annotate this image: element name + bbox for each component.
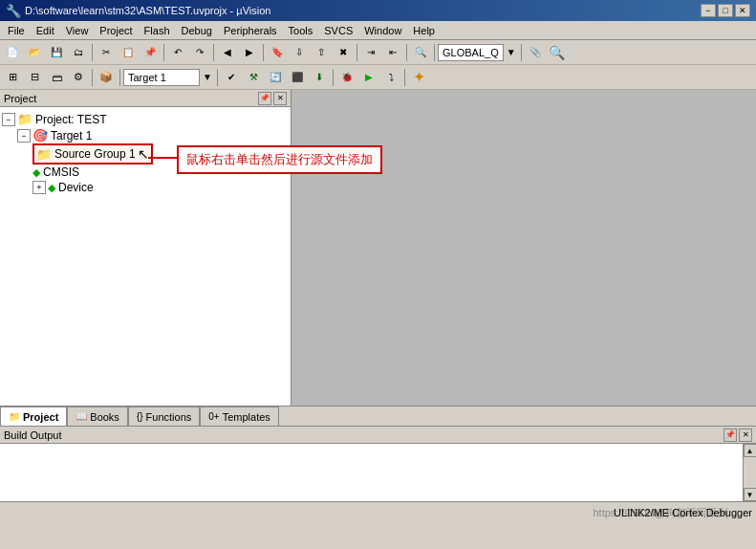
bookmark-next-btn[interactable]: ⇩ bbox=[289, 42, 310, 63]
project-panel-title: Project bbox=[4, 93, 36, 104]
minimize-button[interactable]: − bbox=[701, 4, 716, 17]
extra-btn2[interactable]: 🔍 bbox=[547, 42, 568, 63]
save-btn[interactable]: 💾 bbox=[46, 42, 67, 63]
nav-fwd-btn[interactable]: ▶ bbox=[239, 42, 260, 63]
sep4 bbox=[263, 44, 264, 61]
sep-t2-3 bbox=[217, 69, 218, 86]
menu-peripherals[interactable]: Peripherals bbox=[218, 23, 283, 38]
tb2-btn1[interactable]: ⊞ bbox=[2, 67, 23, 88]
project-panel-controls: 📌 ✕ bbox=[258, 92, 287, 105]
sep-t2-2 bbox=[119, 69, 120, 86]
tab-templates[interactable]: 0+ Templates bbox=[200, 406, 279, 426]
tb2-download-btn[interactable]: ⬇ bbox=[309, 67, 330, 88]
title-bar: 🔧 D:\software\learn\stm32\ASM\TEST.uvpro… bbox=[0, 0, 756, 21]
target-selector[interactable]: Target 1 bbox=[123, 69, 200, 86]
target-expand-icon[interactable]: − bbox=[17, 129, 31, 143]
menu-view[interactable]: View bbox=[60, 23, 95, 38]
device-diamond-icon: ◆ bbox=[48, 182, 55, 194]
tb2-btn2[interactable]: ⊟ bbox=[24, 67, 45, 88]
bookmark-clear-btn[interactable]: ✖ bbox=[333, 42, 354, 63]
tab-functions[interactable]: {} Functions bbox=[128, 406, 200, 426]
cmsis-diamond-icon: ◆ bbox=[32, 166, 40, 179]
tree-source-group[interactable]: 📁 Source Group 1 ↖ bbox=[32, 143, 153, 165]
tree-target[interactable]: − 🎯 Target 1 bbox=[2, 127, 289, 143]
sep2 bbox=[163, 44, 164, 61]
main-area: Project 📌 ✕ − 📁 Project: TEST − 🎯 Target… bbox=[0, 90, 756, 406]
tab-books[interactable]: 📖 Books bbox=[67, 406, 128, 426]
annotation-arrow bbox=[148, 157, 179, 159]
menu-debug[interactable]: Debug bbox=[176, 23, 218, 38]
project-panel-header: Project 📌 ✕ bbox=[0, 90, 291, 107]
paste-btn[interactable]: 📌 bbox=[140, 42, 161, 63]
target-label: Target 1 bbox=[51, 129, 92, 143]
close-button[interactable]: ✕ bbox=[735, 4, 750, 17]
tab-project[interactable]: 📁 Project bbox=[0, 406, 67, 426]
tab-functions-label: Functions bbox=[146, 411, 192, 423]
sep8 bbox=[521, 44, 522, 61]
menu-flash[interactable]: Flash bbox=[139, 23, 176, 38]
unindent-btn[interactable]: ⇤ bbox=[382, 42, 403, 63]
sep7 bbox=[434, 44, 435, 61]
save-all-btn[interactable]: 🗂 bbox=[68, 42, 89, 63]
tree-project-root[interactable]: − 📁 Project: TEST bbox=[2, 111, 289, 127]
tb2-build-btn[interactable]: ⚒ bbox=[243, 67, 264, 88]
menu-project[interactable]: Project bbox=[94, 23, 138, 38]
global-q-field: GLOBAL_Q bbox=[438, 44, 504, 61]
project-panel-float-btn[interactable]: 📌 bbox=[258, 92, 271, 105]
indent-btn[interactable]: ⇥ bbox=[360, 42, 381, 63]
nav-back-btn[interactable]: ◀ bbox=[217, 42, 238, 63]
build-output-header: Build Output 📌 ✕ bbox=[0, 427, 756, 444]
tb2-btn4[interactable]: ⚙ bbox=[68, 67, 89, 88]
tb2-run-btn[interactable]: ▶ bbox=[358, 67, 379, 88]
tb2-btn3[interactable]: 🗃 bbox=[46, 67, 67, 88]
tb2-magic-btn[interactable]: ✦ bbox=[408, 67, 429, 88]
build-output-float-btn[interactable]: 📌 bbox=[724, 428, 737, 442]
cursor-icon: ↖ bbox=[138, 146, 149, 162]
menu-file[interactable]: File bbox=[2, 23, 31, 38]
new-file-btn[interactable]: 📄 bbox=[2, 42, 23, 63]
tb2-btn5[interactable]: 📦 bbox=[96, 67, 117, 88]
tb2-stop-btn[interactable]: ⬛ bbox=[287, 67, 308, 88]
app-icon: 🔧 bbox=[6, 4, 21, 18]
device-expand-icon[interactable]: + bbox=[32, 181, 46, 194]
menu-help[interactable]: Help bbox=[407, 23, 441, 38]
tb2-step-btn[interactable]: ⤵ bbox=[380, 67, 401, 88]
menu-tools[interactable]: Tools bbox=[283, 23, 319, 38]
build-output-scrollbar[interactable]: ▲ ▼ bbox=[743, 444, 756, 501]
project-panel-close-btn[interactable]: ✕ bbox=[273, 92, 287, 105]
cmsis-label: CMSIS bbox=[43, 165, 79, 179]
build-output-content: ▲ ▼ bbox=[0, 444, 756, 501]
source-group-label: Source Group 1 bbox=[54, 147, 136, 161]
menu-window[interactable]: Window bbox=[358, 23, 407, 38]
open-btn[interactable]: 📂 bbox=[24, 42, 45, 63]
annotation-text: 鼠标右击单击然后进行源文件添加 bbox=[186, 152, 373, 166]
tab-templates-icon: 0+ bbox=[208, 411, 219, 422]
tb2-rebuild-btn[interactable]: 🔄 bbox=[265, 67, 286, 88]
sep1 bbox=[92, 44, 93, 61]
bookmark-prev-btn[interactable]: ⇧ bbox=[311, 42, 332, 63]
extra-btn1[interactable]: 📎 bbox=[525, 42, 546, 63]
bookmark-btn[interactable]: 🔖 bbox=[267, 42, 288, 63]
undo-btn[interactable]: ↶ bbox=[167, 42, 188, 63]
content-area bbox=[292, 90, 756, 406]
menu-edit[interactable]: Edit bbox=[31, 23, 60, 38]
scroll-up-btn[interactable]: ▲ bbox=[744, 444, 757, 457]
redo-btn[interactable]: ↷ bbox=[189, 42, 210, 63]
toolbar-1: 📄 📂 💾 🗂 ✂ 📋 📌 ↶ ↷ ◀ ▶ 🔖 ⇩ ⇧ ✖ ⇥ ⇤ 🔍 GLOB… bbox=[0, 40, 756, 65]
find-btn[interactable]: 🔍 bbox=[410, 42, 431, 63]
maximize-button[interactable]: □ bbox=[718, 4, 733, 17]
source-group-folder-icon: 📁 bbox=[36, 147, 52, 162]
cut-btn[interactable]: ✂ bbox=[96, 42, 117, 63]
title-bar-left: 🔧 D:\software\learn\stm32\ASM\TEST.uvpro… bbox=[6, 4, 270, 18]
tb2-translate-btn[interactable]: ✔ bbox=[221, 67, 242, 88]
menu-svcs[interactable]: SVCS bbox=[318, 23, 358, 38]
build-output-close-btn[interactable]: ✕ bbox=[739, 428, 752, 442]
copy-btn[interactable]: 📋 bbox=[118, 42, 139, 63]
scroll-down-btn[interactable]: ▼ bbox=[744, 488, 757, 501]
target-dropdown[interactable]: ▼ bbox=[201, 67, 214, 88]
toolbar-2: ⊞ ⊟ 🗃 ⚙ 📦 Target 1 ▼ ✔ ⚒ 🔄 ⬛ ⬇ 🐞 ▶ ⤵ ✦ bbox=[0, 65, 756, 90]
tree-device[interactable]: + ◆ Device bbox=[2, 180, 289, 195]
project-expand-icon[interactable]: − bbox=[2, 113, 15, 126]
tb2-debug-btn[interactable]: 🐞 bbox=[336, 67, 357, 88]
global-q-go-btn[interactable]: ▼ bbox=[505, 42, 518, 63]
